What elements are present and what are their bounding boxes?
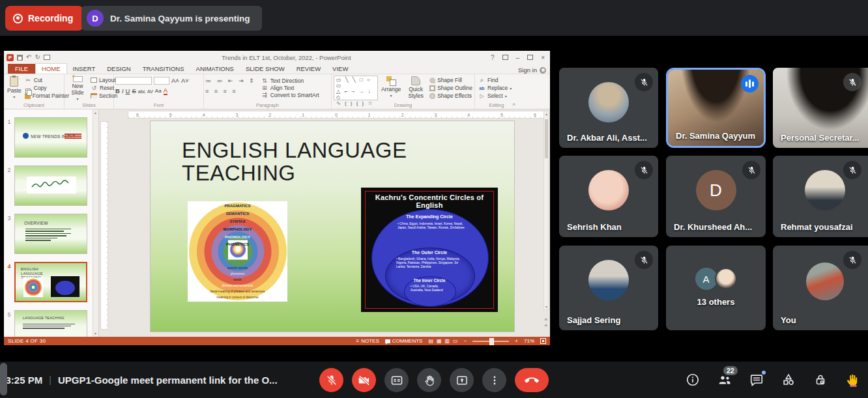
underline-button[interactable]: U (126, 88, 130, 94)
change-case-button[interactable]: Aa (155, 89, 162, 94)
tab-insert[interactable]: INSERT (67, 64, 102, 74)
decorative-text-lines (25, 229, 71, 242)
activities-icon[interactable] (781, 372, 796, 388)
italic-button[interactable]: I (122, 88, 124, 94)
close-icon[interactable]: × (541, 54, 545, 61)
sign-in-button[interactable]: Sign in (518, 66, 550, 74)
slide-nav-buttons[interactable]: ≙≚ (542, 317, 549, 329)
thumbnail-slide-5[interactable]: 5 LANGUAGE TEACHING (4, 310, 94, 337)
view-buttons[interactable]: ▤▦▥▭ (428, 338, 457, 344)
participant-name: Sajjad Sering (567, 315, 620, 325)
info-icon[interactable] (685, 372, 701, 388)
participant-tile-sajjad[interactable]: Sajjad Sering (559, 246, 658, 330)
bold-button[interactable]: B (115, 88, 120, 94)
participant-name: Sehrish Khan (567, 222, 622, 232)
help-icon[interactable]: ? (491, 54, 495, 61)
undo-icon[interactable] (26, 54, 31, 61)
host-controls-icon[interactable] (813, 372, 828, 388)
save-icon[interactable] (17, 55, 23, 61)
font-size-select[interactable] (154, 77, 169, 85)
alignment-icons[interactable] (204, 86, 257, 96)
participant-tile-you[interactable]: You (773, 246, 868, 330)
zoom-level[interactable]: 71% (524, 338, 534, 344)
thumbnail-slide-3[interactable]: 3 OVERVIEW (4, 214, 94, 254)
group-label: Paragraph (204, 102, 331, 108)
tab-design[interactable]: DESIGN (101, 64, 136, 74)
tab-animations[interactable]: ANIMATIONS (190, 64, 240, 74)
tab-review[interactable]: REVIEW (291, 64, 326, 74)
grow-font-icon[interactable]: A˄ (171, 78, 179, 84)
chat-icon[interactable] (749, 372, 764, 388)
text-direction-button[interactable]: ⇅Text Direction (261, 78, 319, 84)
ribbon-display-icon[interactable] (502, 55, 508, 60)
present-screen-button[interactable] (450, 368, 474, 392)
ruler-number: 6 (136, 113, 139, 117)
scrollbar-thumb[interactable] (0, 363, 7, 395)
more-options-button[interactable] (482, 368, 506, 392)
tab-transitions[interactable]: TRANSITIONS (137, 64, 190, 74)
zoom-slider[interactable] (472, 341, 509, 342)
shapes-gallery[interactable] (334, 76, 378, 100)
convert-smartart-button[interactable]: ⇶Convert to SmartArt (261, 92, 319, 98)
vertical-scrollbar[interactable] (543, 111, 549, 310)
redo-icon[interactable] (35, 54, 40, 61)
restore-icon[interactable] (527, 55, 533, 60)
collapse-ribbon-icon[interactable]: ˄ (512, 102, 515, 107)
tab-file[interactable]: FILE (8, 64, 35, 74)
tab-view[interactable]: VIEW (326, 64, 354, 74)
zoom-in-button[interactable]: + (515, 338, 518, 344)
thumbnail-slide-2[interactable]: 2 (4, 165, 94, 206)
shape-effects-button[interactable]: Shape Effects (429, 92, 472, 99)
font-color-button[interactable]: A (164, 87, 167, 95)
avatar (588, 260, 629, 300)
people-icon[interactable]: 22 (717, 372, 732, 388)
camera-off-button[interactable] (352, 368, 376, 392)
notes-button[interactable]: NOTES (356, 338, 379, 344)
cut-button[interactable]: Cut (25, 77, 69, 83)
text-shadow-button[interactable]: abc (138, 89, 145, 94)
select-button[interactable]: Select▾ (478, 92, 518, 99)
participant-tile-samina-speaking[interactable]: Dr. Samina Qayyum (666, 68, 766, 148)
participant-tile-sehrish[interactable]: Sehrish Khan (559, 156, 658, 237)
participant-tile-akbar[interactable]: Dr. Akbar Ali, Asst... (559, 68, 658, 148)
comments-icon (385, 339, 390, 343)
thumbnail-slide-1[interactable]: 1 NEW TRENDS IN ELT (4, 117, 94, 158)
captions-button[interactable] (384, 368, 409, 392)
thumbnail-scrollbar[interactable] (93, 109, 98, 337)
zoom-out-button[interactable]: − (464, 338, 467, 344)
new-slide-button[interactable]: New Slide ▾ (66, 76, 89, 102)
avatar (715, 268, 737, 290)
thumbnail-slide-4-selected[interactable]: 4 ENGLISH LANGUAGE TEACHING (4, 262, 94, 302)
end-call-button[interactable] (515, 368, 549, 392)
start-slideshow-icon[interactable] (44, 55, 50, 60)
list-indent-icons[interactable] (204, 76, 257, 86)
logo-icon (23, 133, 29, 139)
arrange-button[interactable]: Arrange ▾ (380, 76, 402, 102)
tab-slideshow[interactable]: SLIDE SHOW (240, 64, 291, 74)
participant-tile-khursheed[interactable]: D Dr. Khursheed Ah... (666, 156, 766, 237)
fit-slide-icon[interactable] (540, 338, 546, 344)
participant-tile-secretary[interactable]: Personal Secretar... (773, 68, 868, 148)
align-text-icon: ⊞ (261, 85, 268, 91)
arabic-calligraphy (27, 177, 76, 193)
mic-off-button[interactable] (319, 368, 343, 392)
comments-button[interactable]: COMMENTS (385, 338, 423, 344)
font-name-select[interactable] (115, 77, 152, 85)
align-text-button[interactable]: ⊞Align Text (261, 85, 319, 91)
shrink-font-icon[interactable]: A˅ (181, 78, 189, 84)
copy-button[interactable]: Copy (25, 85, 69, 91)
participant-tile-rehmat[interactable]: Rehmat yousafzai (773, 156, 868, 237)
char-spacing-button[interactable]: AV (147, 89, 153, 94)
find-button[interactable]: Find (478, 77, 518, 83)
quick-styles-button[interactable]: Quick Styles (404, 76, 427, 102)
replace-button[interactable]: Replace▾ (478, 85, 518, 91)
raise-hand-button[interactable] (417, 368, 441, 392)
raised-hand-indicator-icon[interactable] (845, 372, 860, 388)
shape-fill-button[interactable]: Shape Fill (429, 77, 472, 83)
strikethrough-button[interactable]: S (132, 88, 136, 94)
participant-tile-others[interactable]: A 13 others (666, 246, 766, 330)
minimize-icon[interactable]: – (516, 54, 520, 61)
tab-home[interactable]: HOME (35, 63, 67, 74)
paste-button[interactable]: Paste ▾ (6, 76, 23, 102)
shape-outline-button[interactable]: Shape Outline (429, 85, 472, 91)
